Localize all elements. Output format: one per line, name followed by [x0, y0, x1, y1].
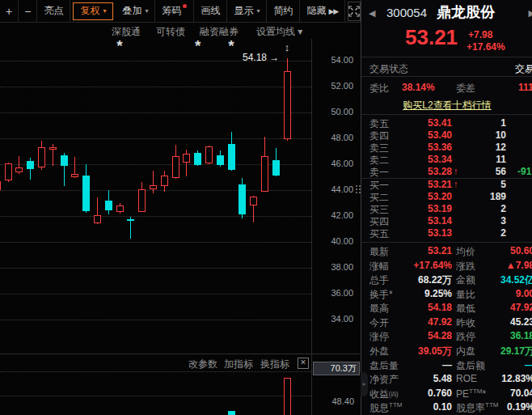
- candle[interactable]: [71, 174, 78, 177]
- axis-tick-label: 38.00: [331, 262, 353, 272]
- candle[interactable]: [82, 176, 90, 210]
- candle[interactable]: [250, 197, 257, 205]
- candlestick-chart[interactable]: ***↕54.18 →: [0, 39, 311, 354]
- candle[interactable]: [116, 205, 124, 212]
- buy-l2-link[interactable]: 购买L2查看十档行情: [361, 99, 532, 112]
- candle[interactable]: [150, 185, 157, 190]
- panel-collapse-handle[interactable]: ▸: [361, 372, 368, 396]
- stat-value: 68.22万: [392, 273, 452, 287]
- candle[interactable]: [15, 167, 23, 172]
- candle[interactable]: [161, 176, 168, 186]
- stat-value: 47.92: [392, 316, 452, 328]
- stat-value: 0.10: [392, 401, 452, 413]
- event-marker-icon: *: [114, 39, 125, 55]
- volume-pane[interactable]: [0, 354, 311, 415]
- subbar-link-ma-settings[interactable]: 设置均线 ▾: [256, 25, 302, 39]
- divider: [361, 57, 532, 57]
- candle[interactable]: [239, 184, 246, 215]
- candle[interactable]: [0, 181, 1, 190]
- toolbar-button-zoom-out[interactable]: −: [19, 0, 37, 22]
- candle[interactable]: [272, 160, 280, 176]
- volume-bar: [284, 378, 291, 415]
- toolbar-button-zoom-in[interactable]: +: [0, 0, 19, 22]
- candle[interactable]: [127, 219, 134, 221]
- gridline: [0, 320, 311, 320]
- ask-row[interactable]: 卖一53.28↑56-91: [361, 166, 532, 179]
- fullscreen-button[interactable]: [348, 2, 361, 21]
- candle[interactable]: [261, 156, 268, 191]
- next-stock-arrow-icon[interactable]: ▶: [529, 8, 532, 19]
- prev-stock-arrow-icon[interactable]: ◀: [369, 8, 375, 19]
- toolbar-button-display[interactable]: 显示▾: [227, 0, 267, 22]
- candle[interactable]: [49, 147, 57, 150]
- divider: [361, 242, 532, 243]
- candle[interactable]: [105, 201, 112, 210]
- stat-value: 12.83%: [473, 373, 532, 384]
- trade-status-value: 交易中: [515, 62, 532, 76]
- stats-row: 涨停54.28跌停36.18: [361, 329, 532, 344]
- toolbar-button-adjust-mode[interactable]: 复权▾: [73, 2, 113, 20]
- axis-tick-label: 48.00: [331, 133, 353, 142]
- gridline: [0, 112, 311, 113]
- volume-bar: [228, 411, 235, 415]
- price-cell: 53.21: [392, 179, 452, 190]
- candle[interactable]: [138, 189, 146, 212]
- subbar-link-margin-trading[interactable]: 融资融券: [200, 25, 239, 39]
- toolbar-button-label: 筹码: [162, 4, 181, 18]
- toolbar-button-highlights[interactable]: 亮点: [37, 0, 70, 22]
- axis-drag-grip[interactable]: [356, 185, 357, 187]
- ask-row[interactable]: 卖三53.3612: [361, 142, 532, 154]
- stat-label: 涨停: [369, 330, 389, 344]
- candle[interactable]: [205, 146, 213, 164]
- price-cell: 53.14: [392, 215, 452, 227]
- toolbar-button-overlay[interactable]: 叠加▾: [116, 0, 155, 22]
- ask-row[interactable]: 卖五53.411: [361, 117, 532, 129]
- bid-row[interactable]: 买一53.21↑5: [361, 179, 532, 191]
- axis-divider: [311, 39, 312, 415]
- order-book: 卖五53.411卖四53.4010卖三53.3612卖二53.3411卖一53.…: [361, 117, 532, 239]
- ask-row[interactable]: 卖四53.4010: [361, 129, 532, 142]
- volume-cell: 1: [458, 117, 506, 129]
- toolbar-button-draw-line[interactable]: 画线: [194, 0, 227, 22]
- candle[interactable]: [217, 155, 224, 165]
- stat-label: 最新: [369, 245, 389, 259]
- fullscreen-icon: [348, 6, 360, 17]
- price-cell: 53.41: [392, 117, 452, 129]
- candle[interactable]: [27, 161, 34, 169]
- candle[interactable]: [5, 163, 12, 180]
- volume-cell: 3: [458, 215, 506, 227]
- axis-tick-label: 44.00: [331, 184, 353, 194]
- toolbar-button-hide[interactable]: 隐藏▶▶: [300, 0, 345, 22]
- stock-trading-app: +−亮点复权▾叠加▾筹码画线显示▾简约隐藏▶▶ 深股通可转债融资融券设置均线 ▾…: [0, 0, 532, 415]
- weibi-label: 委比: [369, 82, 389, 95]
- bid-row[interactable]: 买三53.192: [361, 203, 532, 215]
- stat-label: 换手*: [369, 288, 393, 302]
- candle[interactable]: [172, 156, 179, 177]
- ask-row[interactable]: 卖二53.3411: [361, 154, 532, 166]
- subbar-link-convertible-bond[interactable]: 可转债: [156, 25, 185, 39]
- bid-row[interactable]: 买四53.143: [361, 215, 532, 227]
- candle[interactable]: [284, 71, 291, 140]
- candle[interactable]: [228, 144, 235, 170]
- stats-row: 今开47.92昨收45.23: [361, 315, 532, 330]
- toolbar-button-label: 画线: [201, 4, 220, 18]
- candle[interactable]: [61, 155, 68, 166]
- toolbar-button-label: 显示: [234, 4, 253, 18]
- stat-label: 今开: [369, 316, 389, 330]
- price-change: +7.98: [468, 29, 492, 40]
- stat-value: 34.52亿: [473, 273, 532, 287]
- candle[interactable]: [183, 154, 190, 163]
- price-change-percent: +17.64%: [467, 41, 505, 53]
- candle[interactable]: [94, 215, 101, 223]
- bid-row[interactable]: 买二53.20189: [361, 191, 532, 203]
- double-arrow-icon: ▶▶: [328, 7, 338, 15]
- toolbar-button-simple-mode[interactable]: 简约: [267, 0, 300, 22]
- candle[interactable]: [38, 147, 45, 167]
- volume-cell: 56: [458, 166, 506, 177]
- stat-label: 外盘: [369, 345, 389, 358]
- toolbar-button-chip-distribution[interactable]: 筹码: [155, 0, 194, 22]
- gridline: [0, 242, 311, 243]
- candle[interactable]: [194, 153, 201, 165]
- bid-row[interactable]: 买五53.132: [361, 227, 532, 239]
- subbar-link-sz-connect[interactable]: 深股通: [112, 25, 141, 39]
